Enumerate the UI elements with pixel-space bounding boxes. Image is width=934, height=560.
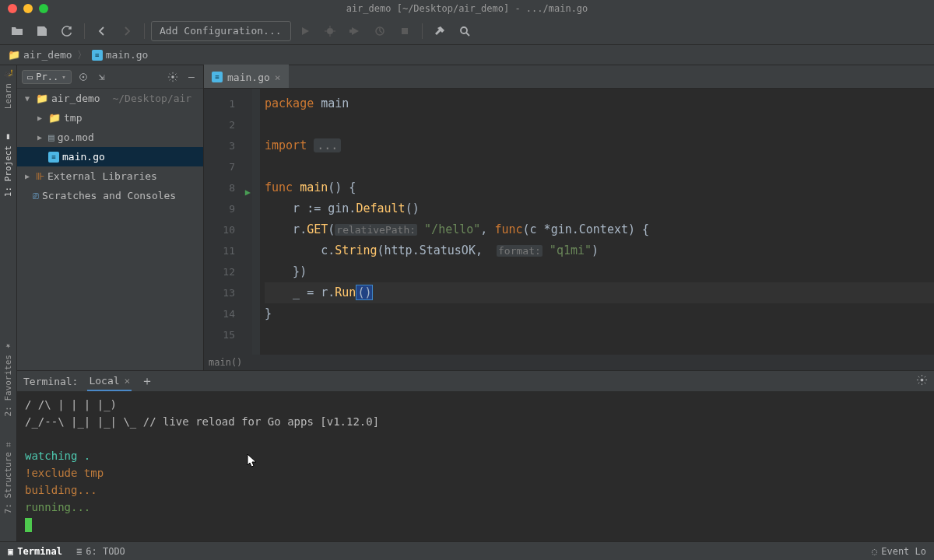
rail-favorites[interactable]: 2: Favorites★	[3, 341, 13, 416]
save-icon[interactable]	[31, 22, 53, 40]
editor-text-area[interactable]: package main import ... func main() { r …	[260, 89, 934, 355]
sync-icon[interactable]	[56, 22, 78, 40]
svg-rect-1	[349, 30, 352, 33]
breadcrumb-file[interactable]: ≡main.go	[92, 49, 149, 61]
stop-icon[interactable]	[394, 22, 416, 40]
tree-external-libs[interactable]: ▶⊪External Libraries	[17, 166, 203, 186]
go-file-icon: ≡	[48, 152, 59, 163]
chevron-right-icon: 〉	[77, 48, 87, 62]
terminal-tabbar: Terminal: Local× ＋	[17, 371, 934, 391]
project-tree: ▼📁air_demo ~/Desktop/air ▶📁tmp ▶▤go.mod …	[17, 89, 203, 370]
terminal-title: Terminal:	[23, 376, 78, 387]
rail-project[interactable]: 1: Project▮	[3, 132, 13, 197]
terminal-output[interactable]: / /\ | | | |_) /_/--\ |_| |_| \_ // live…	[17, 391, 934, 537]
editor-tab-main-go[interactable]: ≡ main.go ×	[204, 65, 289, 88]
run-icon[interactable]	[294, 22, 316, 40]
terminal-panel: Terminal: Local× ＋ / /\ | | | |_) /_/--\…	[17, 370, 934, 541]
close-tab-icon[interactable]: ×	[275, 72, 281, 83]
add-terminal-icon[interactable]: ＋	[141, 373, 153, 390]
editor: ≡ main.go × 1 2 3 7 8▶ 9 10 11	[204, 65, 934, 370]
tree-folder-tmp[interactable]: ▶📁tmp	[17, 108, 203, 128]
svg-point-0	[327, 28, 333, 34]
rail-learn[interactable]: Learn🎓	[3, 70, 13, 109]
svg-point-8	[921, 379, 924, 382]
go-file-icon: ≡	[212, 72, 223, 82]
open-icon[interactable]	[6, 22, 28, 40]
editor-breadcrumb[interactable]: main()	[204, 355, 934, 370]
left-tool-rail: Learn🎓 1: Project▮ 2: Favorites★ 7: Stru…	[0, 65, 17, 541]
expand-icon[interactable]: ⇲	[95, 70, 109, 84]
forward-icon[interactable]	[116, 22, 138, 40]
editor-fold-gutter[interactable]	[252, 89, 260, 355]
status-terminal[interactable]: ▣ Terminal	[8, 546, 62, 557]
rail-structure[interactable]: 7: Structure⌗	[3, 440, 13, 513]
back-icon[interactable]	[91, 22, 113, 40]
tree-file-gomod[interactable]: ▶▤go.mod	[17, 128, 203, 147]
search-icon[interactable]	[454, 22, 476, 40]
terminal-cursor	[25, 518, 32, 532]
run-config-select[interactable]: Add Configuration...	[151, 21, 291, 41]
coverage-icon[interactable]	[344, 22, 366, 40]
titlebar: air_demo [~/Desktop/air_demo] - .../main…	[0, 0, 934, 17]
project-view-selector[interactable]: ▭ Pr.. ▾	[22, 70, 72, 84]
debug-icon[interactable]	[319, 22, 341, 40]
project-panel: ▭ Pr.. ▾ ⇲ — ▼📁air_demo ~/Desktop/air ▶📁…	[17, 65, 204, 370]
close-terminal-tab-icon[interactable]: ×	[125, 375, 131, 387]
locate-icon[interactable]	[76, 70, 90, 84]
editor-tab-label: main.go	[227, 72, 270, 83]
status-event-log[interactable]: ◌ Event Lo	[872, 546, 926, 557]
settings-gear-icon[interactable]	[166, 70, 180, 84]
svg-rect-3	[402, 28, 408, 34]
svg-point-4	[461, 27, 467, 33]
svg-point-7	[171, 75, 174, 79]
run-config-label: Add Configuration...	[160, 25, 282, 37]
build-icon[interactable]	[429, 22, 451, 40]
window-title: air_demo [~/Desktop/air_demo] - .../main…	[0, 3, 934, 14]
main-toolbar: Add Configuration...	[0, 17, 934, 45]
minimize-panel-icon[interactable]: —	[184, 70, 198, 84]
project-panel-header: ▭ Pr.. ▾ ⇲ —	[17, 65, 203, 89]
breadcrumb-root[interactable]: 📁air_demo	[8, 49, 72, 61]
tree-scratches[interactable]: ⎚Scratches and Consoles	[17, 186, 203, 205]
editor-gutter[interactable]: 1 2 3 7 8▶ 9 10 11 12 13 14 15	[204, 89, 252, 355]
navigation-breadcrumb: 📁air_demo 〉 ≡main.go	[0, 45, 934, 65]
tree-file-main-go[interactable]: ≡main.go	[17, 147, 203, 166]
editor-tabbar: ≡ main.go ×	[204, 65, 934, 89]
terminal-settings-icon[interactable]	[916, 374, 928, 388]
status-todo[interactable]: ≣ 6: TODO	[76, 546, 125, 557]
terminal-tab-local[interactable]: Local×	[87, 371, 132, 391]
profile-icon[interactable]	[369, 22, 391, 40]
svg-point-6	[83, 76, 84, 78]
tree-root[interactable]: ▼📁air_demo ~/Desktop/air	[17, 89, 203, 108]
status-bar: ▣ Terminal ≣ 6: TODO ◌ Event Lo	[0, 541, 934, 560]
go-file-icon: ≡	[92, 50, 103, 61]
